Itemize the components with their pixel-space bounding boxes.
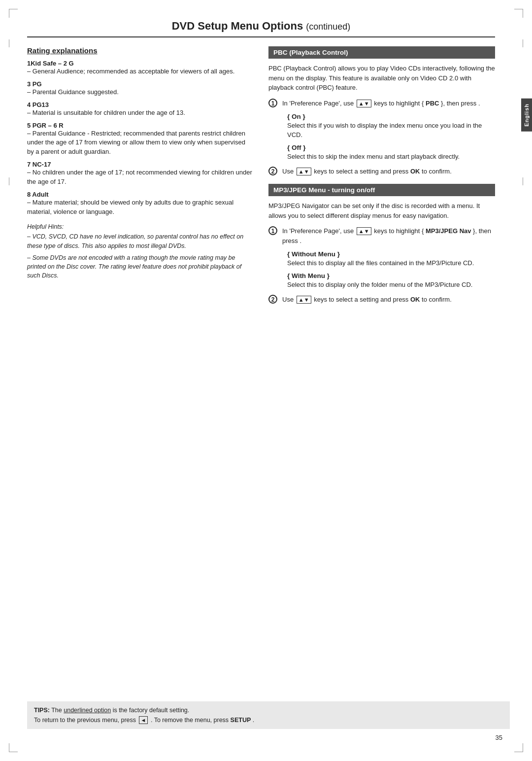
mp3-step-2: 2 Use ▲▼ keys to select a setting and pr… [268,295,495,305]
mp3-description: MP3/JPEG Navigator can be set only if th… [268,201,495,220]
mp3-with-menu-option: { With Menu } Select this to display onl… [282,272,495,290]
corner-mark-tl [9,9,18,18]
mp3-step1-text1: In 'Preference Page', use [282,227,354,235]
mp3-step-1-content: In 'Preference Page', use ▲▼ keys to hig… [282,226,495,245]
helpful-hint-2: – Some DVDs are not encoded with a ratin… [27,253,254,280]
rating-1-desc: – General Audience; recommended as accep… [27,67,254,76]
side-mark-right-top [523,39,523,47]
rating-3-desc: – Material is unsuitable for children un… [27,108,254,118]
side-mark-left-top [9,39,9,47]
mp3-with-menu-label: { With Menu } [287,272,495,279]
pbc-step1-arrows: ▲▼ [357,100,371,107]
mp3-without-menu-desc: Select this to display all the files con… [287,259,495,268]
mp3-step2-text2: keys to select a setting and press OK to… [314,296,452,303]
rating-2: 3 PG – Parental Guidance suggested. [27,80,254,97]
pbc-off-desc: Select this to skip the index menu and s… [287,152,495,162]
pbc-step1-text2: keys to highlight { PBC }, then press . [374,100,480,107]
pbc-step2-arrows: ▲▼ [297,168,311,175]
mp3-step-2-num: 2 [268,295,277,304]
side-mark-left-mid [9,177,9,185]
right-column: PBC (Playback Control) PBC (Playback Con… [268,46,495,309]
tips-text1: The [51,707,62,714]
step-1-num: 1 [268,99,277,107]
tips-label: TIPS: [34,707,50,714]
pbc-description: PBC (Playback Control) allows you to pla… [268,64,495,93]
pbc-options: { On } Select this if you wish to displa… [268,113,495,162]
rating-1-title: 1Kid Safe – 2 G [27,60,254,67]
side-mark-right-mid [523,177,523,185]
main-content: DVD Setup Menu Options (continued) Ratin… [27,20,505,309]
pbc-step-1-content: In 'Preference Page', use ▲▼ keys to hig… [282,99,480,108]
mp3-step2-arrows: ▲▼ [297,296,311,304]
corner-mark-br [514,743,523,752]
mp3-section-bar: MP3/JPEG Menu - turning on/off [268,184,495,196]
two-column-layout: Rating explanations 1Kid Safe – 2 G – Ge… [27,46,495,309]
page-number: 35 [496,734,502,741]
tips-text2: is the factory default setting. [113,707,190,714]
tips-back-arrow: ◄ [139,716,148,724]
tips-underlined-option: underlined option [64,707,111,714]
mp3-options: { Without Menu } Select this to display … [268,250,495,290]
pbc-step2-text2: keys to select a setting and press OK to… [314,168,452,175]
helpful-hint-1: – VCD, SVCD, CD have no level indication… [27,232,254,250]
pbc-on-option: { On } Select this if you wish to displa… [282,113,495,140]
mp3-without-menu-label: { Without Menu } [287,250,495,258]
tips-text5: . [253,717,254,724]
pbc-step-2-num: 2 [268,167,277,175]
pbc-on-label: { On } [287,113,495,120]
mp3-step2-use: Use [282,296,294,303]
rating-3: 4 PG13 – Material is unsuitable for chil… [27,101,254,118]
helpful-hints-title: Helpful Hints: [27,223,254,230]
english-tab: English [521,99,532,132]
rating-6: 8 Adult – Mature material; should be vie… [27,191,254,217]
left-column: Rating explanations 1Kid Safe – 2 G – Ge… [27,46,254,309]
rating-5: 7 NC-17 – No children under the age of 1… [27,161,254,187]
mp3-step-2-content: Use ▲▼ keys to select a setting and pres… [282,295,452,305]
rating-2-title: 3 PG [27,80,254,88]
rating-explanations-heading: Rating explanations [27,46,254,55]
mp3-section: MP3/JPEG Menu - turning on/off MP3/JPEG … [268,184,495,304]
title-text: DVD Setup Menu Options [172,20,303,32]
rating-3-title: 4 PG13 [27,101,254,108]
mp3-with-menu-desc: Select this to display only the folder m… [287,280,495,290]
rating-6-desc: – Mature material; should be viewed only… [27,198,254,217]
pbc-off-option: { Off } Select this to skip the index me… [282,144,495,162]
page-title: DVD Setup Menu Options (continued) [27,20,495,37]
rating-4: 5 PGR – 6 R – Parental Guidance - Restri… [27,122,254,157]
helpful-hints: Helpful Hints: – VCD, SVCD, CD have no l… [27,223,254,280]
pbc-step-1: 1 In 'Preference Page', use ▲▼ keys to h… [268,99,495,108]
pbc-step-2: 2 Use ▲▼ keys to select a setting and pr… [268,167,495,176]
pbc-on-desc: Select this if you wish to display the i… [287,121,495,140]
pbc-section-bar: PBC (Playback Control) [268,46,495,59]
rating-4-title: 5 PGR – 6 R [27,122,254,129]
pbc-step-2-content: Use ▲▼ keys to select a setting and pres… [282,167,452,176]
rating-2-desc: – Parental Guidance suggested. [27,88,254,97]
rating-1: 1Kid Safe – 2 G – General Audience; reco… [27,60,254,76]
tips-setup-label: SETUP [231,717,251,724]
pbc-step1-text1: In 'Preference Page', use [282,100,354,107]
rating-4-desc: – Parental Guidance - Restricted; recomm… [27,129,254,157]
corner-mark-tr [514,9,523,18]
mp3-step1-arrows: ▲▼ [357,227,371,235]
corner-mark-bl [9,743,18,752]
tips-text3: To return to the previous menu, press [34,717,136,724]
pbc-off-label: { Off } [287,144,495,151]
tips-text4: . To remove the menu, press [151,717,229,724]
mp3-step-1: 1 In 'Preference Page', use ▲▼ keys to h… [268,226,495,245]
rating-5-title: 7 NC-17 [27,161,254,168]
rating-6-title: 8 Adult [27,191,254,198]
pbc-step2-use: Use [282,168,294,175]
mp3-step-1-num: 1 [268,226,277,235]
mp3-step1-press: . [299,237,301,244]
rating-5-desc: – No children under the age of 17; not r… [27,168,254,187]
tips-bar: TIPS: The underlined option is the facto… [27,701,510,729]
title-continued: (continued) [306,22,350,32]
mp3-without-menu-option: { Without Menu } Select this to display … [282,250,495,268]
